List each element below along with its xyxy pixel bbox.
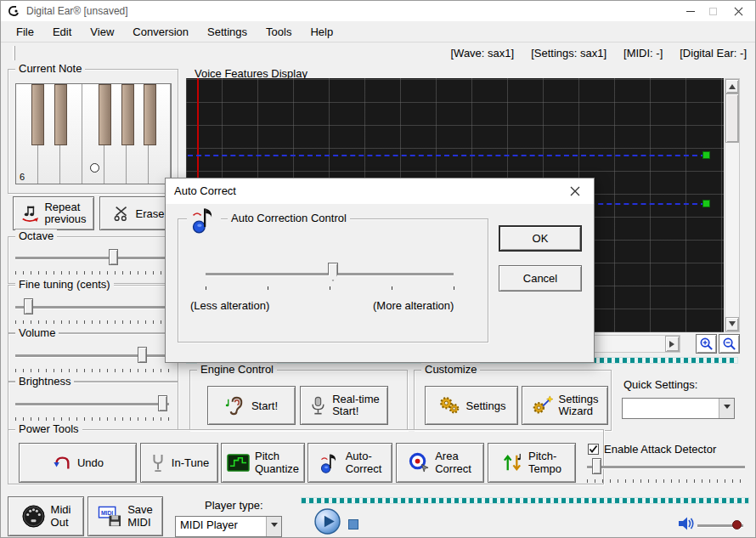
fine-tuning-slider-thumb[interactable] bbox=[24, 298, 33, 314]
maximize-button[interactable] bbox=[702, 3, 723, 20]
wizard-wand-icon bbox=[532, 395, 554, 416]
piano-keyboard[interactable]: 6 bbox=[15, 83, 172, 184]
maximize-icon bbox=[709, 8, 717, 15]
octave-digit: 6 bbox=[20, 172, 25, 182]
zoom-in-button[interactable] bbox=[696, 334, 717, 354]
close-button[interactable] bbox=[728, 3, 748, 20]
piano-black-key[interactable] bbox=[99, 84, 111, 145]
piano-black-key[interactable] bbox=[121, 84, 134, 145]
pitch-quantize-button[interactable]: Pitch Quantize bbox=[221, 443, 305, 483]
start-button[interactable]: Start! bbox=[207, 386, 296, 425]
octave-slider-track[interactable] bbox=[15, 257, 169, 259]
app-icon bbox=[7, 4, 20, 18]
settings-wizard-button[interactable]: Settings Wizard bbox=[522, 386, 608, 425]
volume-slider-thumb[interactable] bbox=[138, 347, 147, 363]
app-window: Digital Ear® [unsaved] File Edit View Co… bbox=[0, 0, 756, 538]
pitch-handle-upper[interactable] bbox=[702, 151, 710, 159]
midi-din-icon bbox=[21, 504, 46, 529]
settings-button[interactable]: Settings bbox=[425, 386, 518, 425]
brightness-slider-track[interactable] bbox=[15, 403, 169, 405]
stop-button[interactable] bbox=[348, 519, 358, 530]
player-type-dropdown-button[interactable] bbox=[266, 517, 281, 536]
piano-black-key[interactable] bbox=[31, 84, 44, 145]
attack-detector-label: Enable Attack Detector bbox=[604, 443, 716, 456]
display-vscrollbar[interactable] bbox=[725, 78, 740, 332]
attack-detector-slider-ticks bbox=[587, 479, 745, 483]
attack-detector-checkbox[interactable] bbox=[588, 444, 599, 455]
repeat-label-line2: previous bbox=[44, 213, 86, 225]
vscroll-down-button[interactable] bbox=[725, 317, 739, 331]
player-type-combo[interactable]: MIDI Player bbox=[175, 516, 282, 537]
erase-label: Erase bbox=[136, 207, 165, 220]
dialog-note-ball-icon bbox=[187, 206, 221, 237]
undo-label: Undo bbox=[77, 456, 104, 469]
octave-slider-ticks bbox=[15, 271, 169, 275]
auto-correction-control-group: Auto Correction Control (Less alteration… bbox=[178, 218, 488, 343]
save-midi-label-line2: MIDI bbox=[127, 517, 153, 529]
minimize-button[interactable] bbox=[680, 3, 701, 20]
fine-tuning-slider-track[interactable] bbox=[15, 306, 169, 309]
waveform-display-icon bbox=[227, 453, 250, 473]
attack-detector-slider-thumb[interactable] bbox=[592, 458, 601, 474]
fine-tuning-slider-ticks bbox=[15, 320, 169, 324]
arrow-down-icon bbox=[729, 321, 736, 330]
chevron-down-icon bbox=[724, 405, 731, 412]
menu-file[interactable]: File bbox=[7, 23, 43, 41]
player-progress-strip bbox=[301, 497, 749, 504]
ok-button[interactable]: OK bbox=[499, 225, 582, 252]
chevron-down-icon bbox=[271, 523, 278, 530]
dialog-close-button[interactable] bbox=[556, 178, 594, 203]
save-midi-button[interactable]: MIDI Save MIDI bbox=[87, 496, 163, 536]
midi-out-button[interactable]: Midi Out bbox=[8, 496, 84, 536]
status-strip: [Wave: sax1] [Settings: sax1] [MIDI: -] … bbox=[1, 42, 755, 64]
customize-group: Customize Settings Settings Wizard bbox=[414, 370, 612, 431]
auto-correct-button[interactable]: Auto- Correct bbox=[307, 443, 392, 483]
menu-tools[interactable]: Tools bbox=[257, 23, 301, 41]
quick-settings-combo[interactable] bbox=[622, 398, 735, 419]
cancel-label: Cancel bbox=[523, 272, 557, 285]
hscroll-right-button[interactable] bbox=[665, 336, 680, 352]
area-correct-button[interactable]: Area Correct bbox=[396, 443, 484, 483]
fine-tuning-label: Fine tuning (cents) bbox=[15, 278, 114, 291]
undo-arrow-icon bbox=[52, 454, 72, 473]
quick-settings-dropdown-button[interactable] bbox=[719, 399, 734, 418]
engine-control-group: Engine Control Start! Real-time Start! bbox=[189, 370, 408, 431]
menu-bar: File Edit View Conversion Settings Tools… bbox=[1, 21, 755, 42]
piano-black-key[interactable] bbox=[54, 84, 67, 145]
octave-slider-thumb[interactable] bbox=[109, 249, 118, 265]
toolbar-gripper bbox=[13, 46, 15, 60]
pitch-handle-lower[interactable] bbox=[702, 200, 710, 207]
status-midi: [MIDI: -] bbox=[623, 47, 663, 59]
brightness-slider-thumb[interactable] bbox=[158, 395, 167, 411]
undo-button[interactable]: Undo bbox=[19, 443, 137, 483]
close-icon bbox=[570, 186, 580, 196]
arrow-up-icon bbox=[729, 81, 736, 89]
volume-control-thumb[interactable] bbox=[732, 520, 742, 530]
quick-settings-value bbox=[623, 399, 719, 418]
realtime-start-button[interactable]: Real-time Start! bbox=[300, 386, 388, 425]
menu-settings[interactable]: Settings bbox=[198, 23, 257, 41]
menu-edit[interactable]: Edit bbox=[43, 23, 81, 41]
scissors-icon bbox=[114, 204, 131, 223]
zoom-out-button[interactable] bbox=[719, 334, 740, 354]
correction-slider-thumb[interactable] bbox=[328, 263, 338, 281]
pitch-tempo-label-line1: Pitch- bbox=[528, 450, 561, 462]
attack-detector-slider-track[interactable] bbox=[587, 466, 745, 468]
menu-help[interactable]: Help bbox=[301, 23, 342, 41]
vscroll-up-button[interactable] bbox=[725, 79, 739, 93]
piano-black-key[interactable] bbox=[144, 84, 156, 145]
play-button[interactable] bbox=[314, 508, 341, 535]
menu-view[interactable]: View bbox=[81, 23, 123, 41]
menu-conversion[interactable]: Conversion bbox=[123, 23, 198, 41]
in-tune-button[interactable]: In-Tune bbox=[140, 443, 218, 483]
in-tune-label: In-Tune bbox=[172, 456, 209, 469]
pitch-tempo-button[interactable]: Pitch- Tempo bbox=[488, 443, 576, 483]
wizard-label-line2: Wizard bbox=[559, 405, 599, 417]
vscroll-thumb[interactable] bbox=[725, 93, 739, 143]
play-icon bbox=[314, 508, 341, 535]
zoom-out-icon bbox=[722, 337, 736, 351]
cancel-button[interactable]: Cancel bbox=[499, 265, 582, 292]
octave-group: Octave bbox=[8, 236, 178, 284]
repeat-previous-button[interactable]: Repeat previous bbox=[13, 196, 94, 230]
pitch-tempo-arrows-icon bbox=[502, 452, 523, 473]
